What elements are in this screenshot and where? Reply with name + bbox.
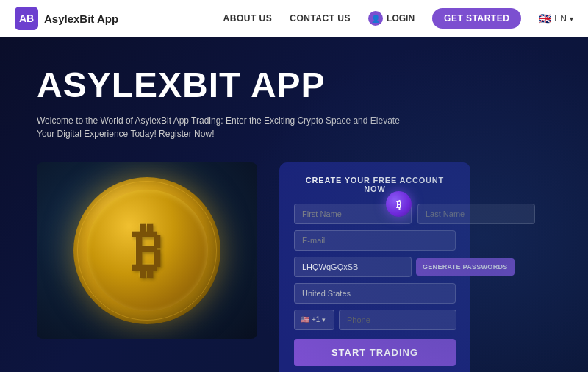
login-icon: 👤 bbox=[368, 11, 383, 26]
bitcoin-coin-outer: ₿ bbox=[74, 177, 220, 324]
logo-area[interactable]: AB AsylexBit App bbox=[15, 7, 118, 30]
generate-passwords-button[interactable]: GENERATE PASSWORDS bbox=[416, 258, 514, 276]
nav-links: ABOUT US CONTACT US 👤 LOGIN GET STARTED … bbox=[223, 8, 573, 29]
lang-selector[interactable]: 🇬🇧 EN ▾ bbox=[539, 12, 573, 24]
get-started-button[interactable]: GET STARTED bbox=[432, 8, 521, 29]
phone-country-code: +1 bbox=[312, 315, 320, 323]
flag-icon: 🇬🇧 bbox=[539, 12, 551, 24]
email-input[interactable] bbox=[294, 230, 456, 251]
logo-icon: AB bbox=[15, 7, 38, 30]
phone-row: 🇺🇸 +1 ▾ bbox=[294, 310, 456, 330]
name-row bbox=[294, 204, 456, 224]
password-row: GENERATE PASSWORDS bbox=[294, 257, 456, 277]
hero-title: ASYLEXBIT APP bbox=[37, 66, 551, 105]
hero-subtitle: Welcome to the World of AsylexBit App Tr… bbox=[37, 114, 419, 140]
nav-about-us[interactable]: ABOUT US bbox=[223, 13, 273, 24]
start-trading-button[interactable]: START TRADING bbox=[294, 339, 456, 366]
phone-country-selector[interactable]: 🇺🇸 +1 ▾ bbox=[294, 310, 334, 330]
country-select[interactable]: United States bbox=[294, 283, 456, 304]
phone-chevron-icon: ▾ bbox=[322, 316, 326, 323]
hero-content: ₿ CREATE YOUR FREE ACCOUNT NOW GENERATE … bbox=[37, 162, 551, 372]
lang-label: EN bbox=[554, 13, 567, 24]
bitcoin-image: ₿ bbox=[37, 162, 257, 339]
last-name-input[interactable] bbox=[417, 204, 535, 224]
nav-contact-us[interactable]: CONTACT US bbox=[290, 13, 351, 24]
floating-coin-decoration: ₿ bbox=[386, 191, 412, 217]
registration-form: CREATE YOUR FREE ACCOUNT NOW GENERATE PA… bbox=[279, 162, 470, 372]
nav-login[interactable]: 👤 LOGIN bbox=[368, 11, 415, 26]
hero-section: ASYLEXBIT APP Welcome to the World of As… bbox=[0, 37, 588, 372]
chevron-down-icon: ▾ bbox=[570, 15, 573, 23]
logo-text: AsylexBit App bbox=[44, 12, 118, 25]
form-title: CREATE YOUR FREE ACCOUNT NOW bbox=[294, 176, 456, 193]
password-input[interactable] bbox=[294, 257, 412, 277]
navbar: AB AsylexBit App ABOUT US CONTACT US 👤 L… bbox=[0, 0, 588, 37]
phone-input[interactable] bbox=[339, 310, 456, 330]
flag-us-icon: 🇺🇸 bbox=[301, 315, 309, 323]
login-label: LOGIN bbox=[387, 13, 415, 24]
